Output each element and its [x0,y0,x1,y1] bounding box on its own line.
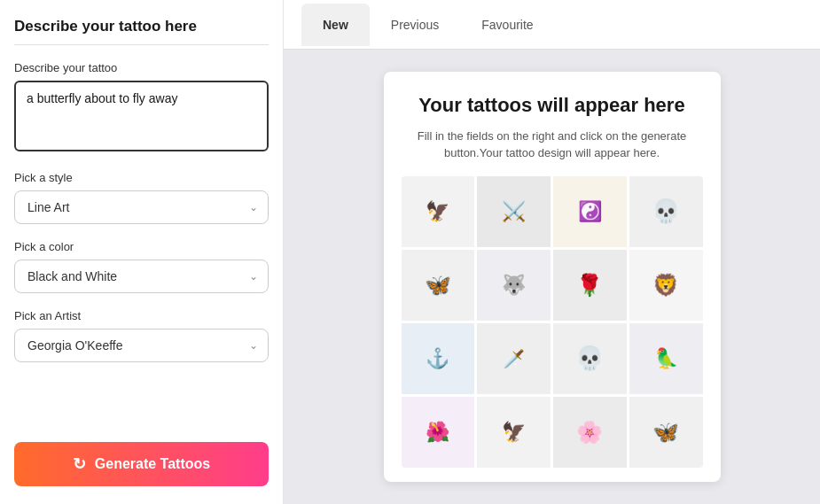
describe-label: Describe your tattoo [14,61,269,74]
tattoo-cell: 🌹 [553,250,627,321]
tattoo-cell: ☯️ [553,176,627,247]
tattoo-cell: 🌸 [553,397,627,468]
refresh-icon: ↻ [73,454,86,474]
tattoo-cell: 🦜 [629,323,703,394]
tattoo-cell: 🦅 [402,176,475,247]
left-panel: Describe your tattoo here Describe your … [0,0,284,504]
right-panel: New Previous Favourite Your tattoos will… [284,0,820,504]
tattoo-cell: 🐺 [477,250,551,321]
style-field-group: Pick a style Line Art Realistic Watercol… [14,171,269,224]
artist-field-group: Pick an Artist Georgia O'Keeffe Vincent … [14,309,269,362]
style-select[interactable]: Line Art Realistic Watercolor Geometric … [14,190,269,224]
tattoo-cell: 🦋 [402,250,475,321]
artist-select-wrapper: Georgia O'Keeffe Vincent van Gogh Leonar… [14,329,269,362]
generate-button-label: Generate Tattoos [95,456,210,472]
style-select-wrapper: Line Art Realistic Watercolor Geometric … [14,190,269,224]
right-content: Your tattoos will appear here Fill in th… [284,50,820,504]
artist-select[interactable]: Georgia O'Keeffe Vincent van Gogh Leonar… [14,329,269,362]
color-label: Pick a color [14,240,269,253]
tabs-bar: New Previous Favourite [284,0,820,50]
color-select-wrapper: Black and White Full Color Grayscale Pas… [14,260,269,293]
tattoo-collage: 🦅 ⚔️ ☯️ 💀 🦋 🐺 🌹 🦁 ⚓ 🗡️ 💀 🦜 🌺 🦅 🌸 🦋 [402,176,703,468]
color-select[interactable]: Black and White Full Color Grayscale Pas… [14,260,269,293]
tattoo-cell: 🌺 [402,397,475,468]
generate-button[interactable]: ↻ Generate Tattoos [14,442,269,486]
style-label: Pick a style [14,171,269,184]
tattoo-cell: 🦁 [629,250,703,321]
tattoo-cell: 🦅 [477,397,551,468]
tattoo-cell: ⚓ [402,323,475,394]
color-field-group: Pick a color Black and White Full Color … [14,240,269,293]
preview-subtitle: Fill in the fields on the right and clic… [402,128,703,162]
tattoo-cell: ⚔️ [477,176,551,247]
describe-field-group: Describe your tattoo [14,61,269,155]
tab-new[interactable]: New [301,4,370,46]
panel-title: Describe your tattoo here [14,18,269,45]
tab-favourite[interactable]: Favourite [460,4,554,46]
tattoo-cell: 💀 [629,176,703,247]
tab-previous[interactable]: Previous [370,4,460,46]
tattoo-cell: 🦋 [629,397,703,468]
preview-title: Your tattoos will appear here [418,93,684,119]
tattoo-cell: 💀 [553,323,627,394]
tattoo-preview-card: Your tattoos will appear here Fill in th… [384,72,721,482]
artist-label: Pick an Artist [14,309,269,322]
tattoo-cell: 🗡️ [477,323,551,394]
tattoo-description-input[interactable] [14,81,269,151]
